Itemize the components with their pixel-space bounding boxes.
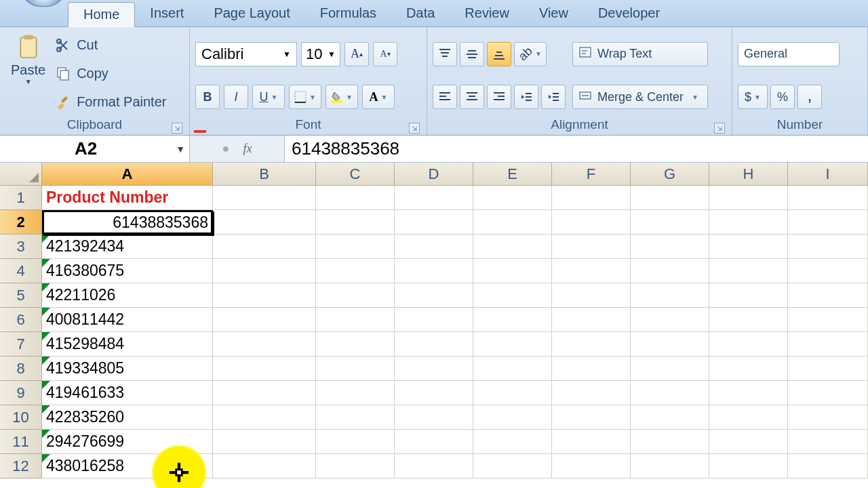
cell-I11[interactable] <box>788 430 868 454</box>
tab-view[interactable]: View <box>524 1 583 26</box>
cell-E8[interactable] <box>473 357 552 381</box>
cell-C10[interactable] <box>316 405 395 430</box>
cell-H10[interactable] <box>709 405 788 430</box>
cell-E9[interactable] <box>473 381 552 405</box>
cell-B10[interactable] <box>213 405 316 430</box>
cell-C6[interactable] <box>316 308 395 332</box>
cell-C1[interactable] <box>316 186 395 210</box>
col-header-E[interactable]: E <box>473 163 552 186</box>
tab-data[interactable]: Data <box>391 1 450 26</box>
cell-B6[interactable] <box>213 308 316 332</box>
cell-C8[interactable] <box>316 357 395 381</box>
cell-E7[interactable] <box>473 332 552 357</box>
align-bottom-button[interactable] <box>487 42 511 66</box>
select-all-corner[interactable] <box>0 163 42 186</box>
cell-G8[interactable] <box>631 357 709 381</box>
bold-button[interactable]: B <box>195 85 220 109</box>
cell-E5[interactable] <box>473 283 552 308</box>
cell-B5[interactable] <box>213 283 316 308</box>
cell-I9[interactable] <box>788 381 868 405</box>
wrap-text-button[interactable]: Wrap Text <box>572 42 708 66</box>
copy-button[interactable]: Copy <box>55 60 166 86</box>
cell-D2[interactable] <box>395 210 473 235</box>
col-header-B[interactable]: B <box>213 163 316 186</box>
cell-B11[interactable] <box>213 430 316 454</box>
cell-F12[interactable] <box>552 454 631 479</box>
increase-indent-button[interactable] <box>541 85 566 109</box>
cell-G4[interactable] <box>631 259 709 283</box>
cell-D4[interactable] <box>395 259 473 283</box>
align-top-button[interactable] <box>433 42 457 66</box>
italic-button[interactable]: I <box>224 85 248 109</box>
cell-G1[interactable] <box>631 186 709 210</box>
cell-C4[interactable] <box>316 259 395 283</box>
cell-H3[interactable] <box>709 235 788 259</box>
cell-H5[interactable] <box>709 283 788 308</box>
cell-H11[interactable] <box>709 430 788 454</box>
office-button[interactable] <box>20 0 66 7</box>
cell-F4[interactable] <box>552 259 631 283</box>
underline-button[interactable]: U▼ <box>252 85 285 109</box>
row-header-2[interactable]: 2 <box>0 210 42 235</box>
row-header-9[interactable]: 9 <box>0 381 42 405</box>
cell-F9[interactable] <box>552 381 631 405</box>
cell-B4[interactable] <box>213 259 316 283</box>
row-header-1[interactable]: 1 <box>0 186 42 210</box>
cell-E3[interactable] <box>473 235 552 259</box>
cut-button[interactable]: Cut <box>55 33 166 58</box>
cell-E6[interactable] <box>473 308 552 332</box>
cell-A3[interactable]: 421392434 <box>42 235 213 259</box>
row-header-7[interactable]: 7 <box>0 332 42 357</box>
cell-F10[interactable] <box>552 405 631 430</box>
row-header-6[interactable]: 6 <box>0 308 42 332</box>
percent-button[interactable]: % <box>770 85 795 109</box>
cell-I8[interactable] <box>788 357 868 381</box>
tab-review[interactable]: Review <box>450 1 524 26</box>
cell-I12[interactable] <box>788 454 868 479</box>
cell-D10[interactable] <box>395 405 473 430</box>
fill-color-button[interactable]: ▼ <box>326 85 358 109</box>
row-header-5[interactable]: 5 <box>0 283 42 308</box>
cell-E1[interactable] <box>473 186 552 210</box>
cell-H7[interactable] <box>709 332 788 357</box>
cell-H9[interactable] <box>709 381 788 405</box>
cell-F1[interactable] <box>552 186 631 210</box>
cancel-icon[interactable]: ● <box>222 142 230 156</box>
col-header-F[interactable]: F <box>552 163 631 186</box>
cell-A5[interactable]: 42211026 <box>42 283 213 308</box>
shrink-font-button[interactable]: A▾ <box>373 42 397 66</box>
cell-D12[interactable] <box>395 454 473 479</box>
cell-F7[interactable] <box>552 332 631 357</box>
launcher-icon[interactable]: ⇲ <box>409 123 420 134</box>
cell-A7[interactable]: 415298484 <box>42 332 213 357</box>
row-header-11[interactable]: 11 <box>0 430 42 454</box>
merge-center-button[interactable]: Merge & Center ▼ <box>572 85 708 109</box>
cell-E10[interactable] <box>473 405 552 430</box>
col-header-H[interactable]: H <box>709 163 788 186</box>
cell-A8[interactable]: 419334805 <box>42 357 213 381</box>
cell-I3[interactable] <box>788 235 868 259</box>
cell-C5[interactable] <box>316 283 395 308</box>
tab-home[interactable]: Home <box>68 2 135 27</box>
cell-E12[interactable] <box>473 454 552 479</box>
cell-G5[interactable] <box>631 283 709 308</box>
cell-D9[interactable] <box>395 381 473 405</box>
col-header-G[interactable]: G <box>631 163 709 186</box>
row-header-4[interactable]: 4 <box>0 259 42 283</box>
cell-F5[interactable] <box>552 283 631 308</box>
row-header-12[interactable]: 12 <box>0 454 42 479</box>
row-header-3[interactable]: 3 <box>0 235 42 259</box>
cell-D5[interactable] <box>395 283 473 308</box>
cell-B1[interactable] <box>213 186 316 210</box>
cell-D11[interactable] <box>395 430 473 454</box>
align-right-button[interactable] <box>487 85 511 109</box>
cell-I7[interactable] <box>788 332 868 357</box>
number-format-select[interactable]: General <box>738 42 840 66</box>
cell-G7[interactable] <box>631 332 709 357</box>
cell-C9[interactable] <box>316 381 395 405</box>
cell-C2[interactable] <box>316 210 395 235</box>
cell-B8[interactable] <box>213 357 316 381</box>
cell-D6[interactable] <box>395 308 473 332</box>
cell-H6[interactable] <box>709 308 788 332</box>
cell-A6[interactable]: 400811442 <box>42 308 213 332</box>
